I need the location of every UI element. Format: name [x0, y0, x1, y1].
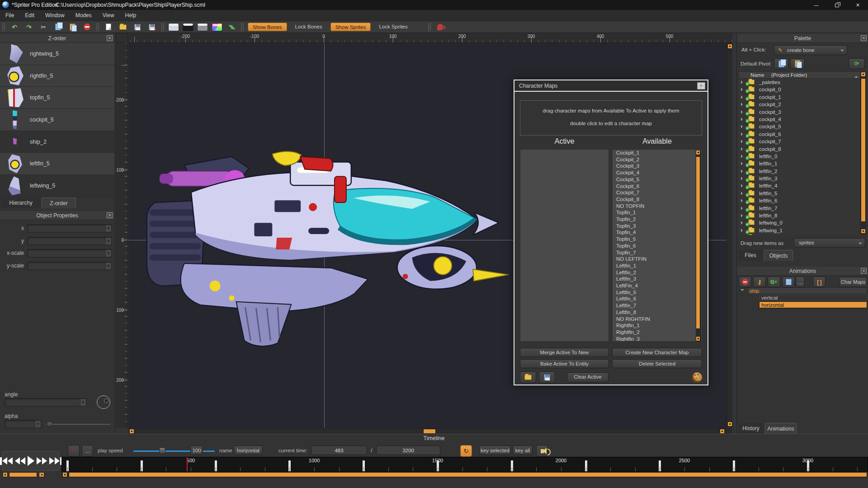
view-mode-color-icon[interactable] — [212, 23, 222, 31]
scroll-right-icon[interactable] — [39, 472, 44, 477]
menu-item[interactable]: Window — [40, 10, 70, 21]
expand-arrow-icon[interactable] — [741, 110, 745, 114]
expand-arrow-icon[interactable] — [741, 184, 745, 188]
expand-arrow-icon[interactable] — [741, 214, 745, 217]
expand-arrow-icon[interactable] — [741, 162, 745, 165]
snap-button[interactable]: ∩ — [68, 445, 80, 457]
character-map-item[interactable]: NO TOPFIN — [613, 203, 702, 210]
ship-sprite[interactable] — [142, 149, 511, 357]
drag-items-dropdown[interactable]: sprites — [794, 238, 865, 248]
tree-row[interactable]: ✔ cockpit_2 — [738, 101, 859, 108]
character-map-item[interactable]: Leftfin_7 — [613, 302, 702, 309]
copy-icon[interactable] — [52, 23, 64, 32]
menu-item[interactable]: View — [97, 10, 120, 21]
tree-row[interactable]: ✔ leftfin_7 — [738, 205, 859, 212]
expand-arrow-icon[interactable] — [741, 199, 745, 202]
character-map-item[interactable]: Leftfin_1 — [613, 263, 702, 269]
minimize-icon[interactable]: — — [806, 0, 826, 10]
copy-pivot-button[interactable] — [774, 58, 788, 69]
bone-mode-icon[interactable] — [434, 23, 446, 32]
character-map-item[interactable]: NO LEFTFIN — [613, 256, 702, 263]
merge-active-button[interactable]: Merge Active To New — [520, 348, 609, 357]
expand-arrow-icon[interactable] — [741, 147, 745, 151]
character-map-item[interactable]: Leftfin_5 — [613, 289, 702, 296]
character-map-item[interactable]: Topfin_2 — [613, 216, 702, 223]
view-mode-light-icon[interactable] — [168, 23, 179, 31]
zorder-row[interactable]: leftwing_5 — [0, 175, 114, 197]
expand-arrow-icon[interactable] — [741, 140, 745, 143]
dialog-titlebar[interactable]: Character Maps ✕ — [514, 80, 708, 92]
tree-row[interactable]: ✔ leftfin_1 — [738, 160, 859, 167]
scroll-up-icon[interactable] — [696, 150, 700, 155]
character-map-item[interactable]: Cockpit_2 — [613, 156, 702, 163]
view-mode-dark-icon[interactable] — [183, 23, 193, 31]
alpha-input[interactable] — [5, 420, 42, 428]
spinner[interactable] — [105, 250, 111, 257]
tree-row[interactable]: ✔ leftfin_8 — [738, 212, 859, 219]
canvas-horizontal-scrollbar[interactable] — [128, 428, 732, 434]
expand-arrow-icon[interactable] — [741, 132, 745, 136]
bake-active-button[interactable]: Bake Active To Entity — [520, 359, 609, 368]
property-input[interactable] — [27, 237, 112, 245]
spinner[interactable] — [105, 238, 111, 244]
playhead[interactable] — [187, 457, 188, 472]
save-as-icon[interactable]: + — [146, 23, 158, 32]
toolbar-grip[interactable] — [428, 23, 431, 31]
available-maps-list[interactable]: Cockpit_1Cockpit_2Cockpit_3Cockpit_4Cock… — [612, 149, 702, 342]
expand-arrow-icon[interactable] — [741, 192, 745, 195]
character-map-item[interactable]: Leftfin_3 — [613, 276, 702, 282]
zorder-row[interactable]: rightfin_5 — [0, 65, 114, 87]
available-list-scrollbar[interactable] — [696, 150, 701, 342]
character-map-item[interactable]: Cockpit_6 — [613, 183, 702, 190]
scroll-thumb[interactable] — [9, 472, 37, 477]
scroll-down-icon[interactable] — [696, 336, 700, 341]
expand-arrow-icon[interactable] — [741, 206, 745, 210]
transport-mini-scrollbar[interactable] — [2, 472, 60, 478]
scroll-left-icon[interactable] — [3, 472, 8, 477]
spinner[interactable] — [105, 263, 111, 269]
character-map-item[interactable]: Topfin_4 — [613, 229, 702, 236]
tree-row[interactable]: ✔ cockpit_1 — [738, 94, 859, 101]
character-map-item[interactable]: Topfin_7 — [613, 249, 702, 256]
previous-frame-button[interactable] — [15, 457, 25, 465]
zorder-row[interactable]: cockpit_5 — [0, 109, 114, 131]
property-input[interactable] — [27, 224, 112, 233]
character-map-item[interactable]: Rightfin_1 — [613, 322, 702, 329]
character-map-item[interactable]: Topfin_6 — [613, 243, 702, 249]
character-map-item[interactable]: Cockpit_5 — [613, 176, 702, 183]
total-time-input[interactable]: 3200 — [376, 446, 440, 455]
loop-playback-button[interactable]: ↻ — [460, 445, 472, 457]
tab-files[interactable]: Files — [739, 250, 762, 261]
show-bones-button[interactable]: Show Bones — [248, 23, 287, 31]
load-maps-button[interactable] — [520, 371, 536, 383]
tree-row[interactable]: ✔ leftwing_0 — [738, 219, 859, 226]
alt-click-dropdown[interactable]: ✎ create bone — [774, 45, 847, 55]
property-input[interactable] — [27, 262, 112, 270]
expand-arrow-icon[interactable] — [741, 221, 745, 225]
timeline-scrollbar[interactable] — [61, 472, 868, 478]
character-map-item[interactable]: NO RIGHTFIN — [613, 316, 702, 323]
timeline-ruler[interactable]: 50010001500200025003000 — [61, 457, 868, 472]
tree-row[interactable]: ✔ leftfin_3 — [738, 175, 859, 182]
entity-row-ship[interactable]: ship — [747, 287, 867, 294]
tree-row[interactable]: ✔ leftwing_2 — [738, 234, 859, 235]
scroll-up-icon[interactable] — [861, 72, 866, 77]
zorder-row[interactable]: ship_2 — [0, 131, 114, 153]
toolbar-grip[interactable] — [161, 23, 165, 31]
scroll-thumb[interactable] — [423, 429, 436, 434]
property-input[interactable] — [27, 249, 112, 258]
character-map-item[interactable]: Cockpit_1 — [613, 150, 702, 156]
angle-input[interactable] — [5, 398, 87, 407]
active-maps-list[interactable] — [520, 149, 609, 342]
key-all-button[interactable]: key all — [513, 446, 533, 455]
new-entity-button[interactable]: ⚷ — [753, 277, 766, 287]
show-sprites-button[interactable]: Show Sprites — [330, 23, 371, 31]
expand-arrow-icon[interactable] — [741, 95, 745, 99]
expand-arrow-icon[interactable] — [741, 103, 745, 106]
lock-sprites-button[interactable]: Lock Sprites — [374, 23, 412, 31]
tab-objects[interactable]: Objects — [764, 250, 793, 261]
expand-arrow-icon[interactable] — [741, 88, 745, 91]
close-panel-icon[interactable]: ✕ — [861, 35, 867, 41]
tree-row[interactable]: ✔ leftfin_0 — [738, 153, 859, 160]
scroll-up-icon[interactable] — [727, 44, 732, 49]
